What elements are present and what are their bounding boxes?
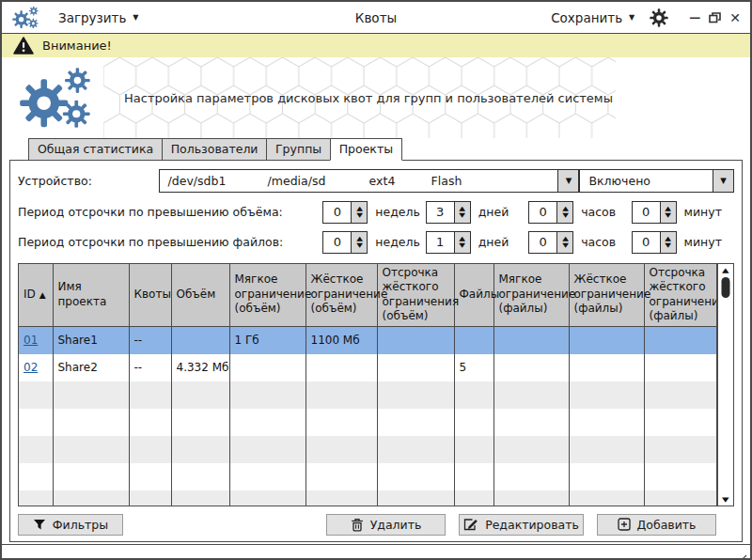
save-menu-button[interactable]: Сохранить ▼ (551, 10, 634, 25)
spinner-arrows[interactable]: ▲ ▼ (660, 232, 676, 253)
spin-down-icon[interactable]: ▼ (356, 212, 363, 219)
spinner-arrows[interactable]: ▲ ▼ (454, 232, 470, 253)
cell-soft-volume[interactable] (229, 354, 306, 381)
close-button[interactable]: ✕ (729, 10, 741, 25)
maximize-button[interactable] (709, 12, 721, 23)
spin-down-icon[interactable]: ▼ (562, 242, 569, 249)
device-select[interactable]: /dev/sdb1 /media/sd ext4 Flash ▼ (159, 169, 580, 193)
cell-grace-files[interactable] (644, 326, 717, 354)
spinner-arrows[interactable]: ▲ ▼ (556, 232, 572, 253)
column-header-grace-files[interactable]: Отсрочка жёсткого ограничения (файлы) (644, 264, 717, 327)
column-header-soft-files[interactable]: Мягкое ограничение (файлы) (494, 264, 569, 327)
table-row[interactable]: 02 Share2 -- 4.332 Мб 5 (19, 354, 717, 381)
files-hours-spinner[interactable]: 0 ▲ ▼ (528, 231, 573, 254)
cell-files[interactable] (454, 326, 494, 354)
quota-status-select[interactable]: Включено ▼ (579, 169, 734, 193)
spinner-value[interactable]: 0 (323, 232, 351, 253)
column-header-files[interactable]: Файлы (454, 264, 494, 327)
cell-name[interactable]: Share1 (53, 326, 129, 354)
spin-down-icon[interactable]: ▼ (459, 212, 465, 219)
chevron-down-icon: ▼ (629, 13, 634, 22)
filters-button-label: Фильтры (53, 518, 108, 532)
scrollbar-track[interactable] (718, 276, 733, 493)
load-menu-button[interactable]: Загрузить ▼ (58, 10, 139, 25)
scroll-up-icon[interactable]: ▲ (722, 264, 729, 276)
device-dropdown-button[interactable]: ▼ (557, 170, 578, 192)
cell-soft-files[interactable] (494, 326, 569, 354)
spinner-value[interactable]: 0 (529, 202, 556, 223)
scroll-down-icon[interactable]: ▼ (722, 493, 729, 506)
spinner-value[interactable]: 0 (633, 232, 660, 253)
spinner-arrows[interactable]: ▲ ▼ (351, 232, 367, 253)
filters-button[interactable]: Фильтры (18, 514, 123, 536)
volume-weeks-spinner[interactable]: 0 ▲ ▼ (322, 201, 368, 224)
spinner-arrows[interactable]: ▲ ▼ (556, 202, 572, 223)
spin-down-icon[interactable]: ▼ (665, 242, 671, 249)
spinner-value[interactable]: 3 (427, 202, 454, 223)
cell-grace-volume[interactable] (377, 354, 454, 381)
cell-volume[interactable]: 4.332 Мб (171, 354, 229, 381)
edit-button[interactable]: Редактировать (459, 514, 584, 536)
spin-down-icon[interactable]: ▼ (665, 212, 671, 219)
files-days-spinner[interactable]: 1 ▲ ▼ (426, 231, 471, 254)
grace-volume-row: Период отсрочки по превышению объёма: 0 … (18, 201, 734, 224)
tab-projects[interactable]: Проекты (330, 138, 402, 161)
cell-hard-files[interactable] (569, 354, 644, 381)
spin-down-icon[interactable]: ▼ (562, 212, 569, 219)
files-minutes-spinner[interactable]: 0 ▲ ▼ (632, 231, 677, 254)
column-header-quotas[interactable]: Квоты (129, 264, 171, 327)
spinner-value[interactable]: 0 (529, 232, 556, 253)
cell-grace-volume[interactable] (377, 326, 454, 354)
cell-grace-files[interactable] (644, 354, 717, 381)
spinner-arrows[interactable]: ▲ ▼ (454, 202, 470, 223)
empty-cell (229, 436, 306, 463)
spinner-arrows[interactable]: ▲ ▼ (351, 202, 367, 223)
spinner-arrows[interactable]: ▲ ▼ (660, 202, 676, 223)
cell-quotas[interactable]: -- (129, 326, 171, 354)
minimize-button[interactable]: — (689, 11, 700, 24)
volume-hours-spinner[interactable]: 0 ▲ ▼ (528, 201, 573, 224)
resize-grip-icon[interactable] (734, 552, 747, 560)
cell-hard-volume[interactable]: 1100 Мб (306, 326, 377, 354)
tab-users[interactable]: Пользователи (162, 138, 268, 161)
spin-down-icon[interactable]: ▼ (459, 242, 465, 249)
empty-cell (171, 409, 229, 436)
spin-down-icon[interactable]: ▼ (356, 242, 363, 249)
status-dropdown-button[interactable]: ▼ (713, 170, 733, 192)
add-button[interactable]: Добавить (597, 514, 716, 536)
column-header-name[interactable]: Имя проекта (53, 264, 129, 327)
volume-days-spinner[interactable]: 3 ▲ ▼ (426, 201, 471, 224)
scrollbar-thumb[interactable] (722, 277, 730, 298)
column-header-grace-volume[interactable]: Отсрочка жёсткого ограничения (объём) (377, 264, 454, 327)
column-header-id[interactable]: ID▲ (19, 264, 53, 327)
spinner-value[interactable]: 0 (633, 202, 660, 223)
column-header-hard-volume[interactable]: Жёсткое ограничение (объём) (306, 264, 377, 327)
project-id-link[interactable]: 01 (24, 334, 38, 347)
cell-soft-volume[interactable]: 1 Гб (229, 326, 306, 354)
tab-general-statistics[interactable]: Общая статистика (28, 138, 163, 161)
empty-cell (171, 381, 229, 409)
cell-hard-files[interactable] (569, 326, 644, 354)
project-id-link[interactable]: 02 (24, 361, 38, 374)
cell-hard-volume[interactable] (306, 354, 377, 381)
column-header-soft-volume[interactable]: Мягкое ограничение (объём) (229, 264, 306, 327)
cell-soft-files[interactable] (494, 354, 569, 381)
cell-volume[interactable] (171, 326, 229, 354)
cell-quotas[interactable]: -- (129, 354, 171, 381)
spinner-value[interactable]: 0 (323, 202, 351, 223)
column-header-hard-files[interactable]: Жёсткое ограничение (файлы) (569, 264, 644, 327)
delete-button[interactable]: Удалить (326, 514, 446, 536)
vertical-scrollbar[interactable]: ▲ ▼ (717, 263, 734, 506)
cell-id[interactable]: 01 (19, 326, 53, 354)
table-row[interactable]: 01 Share1 -- 1 Гб 1100 Мб (19, 326, 717, 354)
column-header-volume[interactable]: Объём (171, 264, 229, 327)
settings-gear-icon[interactable] (650, 8, 668, 27)
cell-id[interactable]: 02 (19, 354, 53, 381)
cell-name[interactable]: Share2 (53, 354, 129, 381)
chevron-down-icon: ▼ (720, 176, 727, 185)
volume-minutes-spinner[interactable]: 0 ▲ ▼ (632, 201, 677, 224)
spinner-value[interactable]: 1 (427, 232, 454, 253)
files-weeks-spinner[interactable]: 0 ▲ ▼ (322, 231, 368, 254)
cell-files[interactable]: 5 (454, 354, 494, 381)
tab-groups[interactable]: Группы (266, 138, 331, 161)
